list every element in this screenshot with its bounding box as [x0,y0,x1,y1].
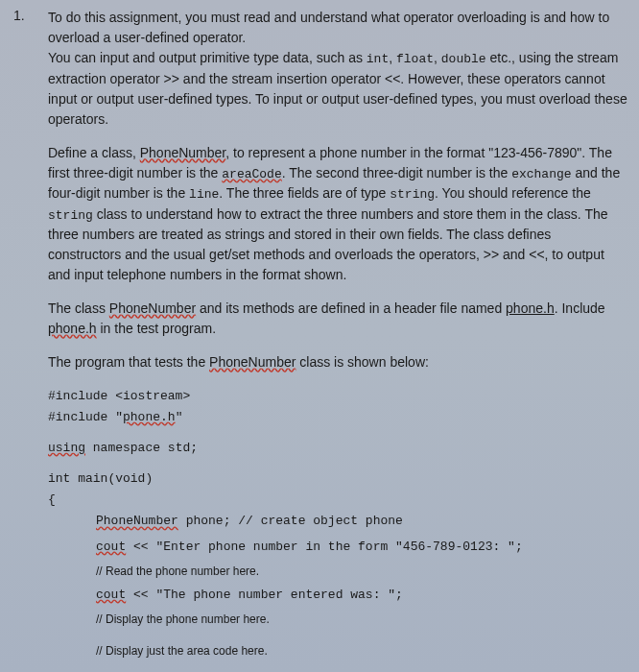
p1-text1: To do this assignment, you must read and… [48,10,609,45]
code-line-1: #include <iostream> [48,386,627,407]
code-line-6: PhoneNumber phone; // create object phon… [96,511,627,532]
l2c: " [176,410,183,424]
class-phonenumber-2: PhoneNumber [109,300,196,316]
l9a: cout [96,588,126,602]
assignment-page: 1. To do this assignment, you must read … [0,0,639,672]
field-line: line [189,187,219,202]
paragraph-3: The class PhoneNumber and its methods ar… [48,299,627,339]
p3-d: in the test program. [97,321,217,336]
p4-a: The program that tests the [48,354,209,370]
p1-c1: , [389,50,396,65]
l6a: PhoneNumber [96,514,178,528]
p2-c: . The second three-digit number is the [282,165,511,180]
code-int: int [367,52,389,66]
p2-g: class to understand how to extract the t… [48,206,608,283]
p3-a: The class [48,300,109,316]
l3a: using [48,441,85,455]
l7b: << "Enter phone number in the form "456-… [126,540,522,554]
code-float: float [396,52,434,66]
file-phone-h: phone.h [506,300,555,316]
code-block: #include <iostream> #include "phone.h" u… [48,386,627,672]
paragraph-2: Define a class, PhoneNumber, to represen… [48,143,627,286]
p1-text2a: You can input and output primitive type … [48,50,367,65]
type-string-2: string [48,208,93,223]
code-body: PhoneNumber phone; // create object phon… [96,511,627,672]
code-line-4: int main(void) [48,468,627,490]
type-string-1: string [390,187,435,202]
p2-a: Define a class, [48,145,140,160]
field-areacode: areaCode [222,167,281,181]
code-line-10: // Display the phone number here. [96,610,627,629]
p4-b: class is shown below: [296,354,429,370]
code-line-7: cout << "Enter phone number in the form … [96,537,627,558]
code-line-8: // Read the phone number here. [96,562,627,581]
code-line-2: #include "phone.h" [48,407,627,428]
p3-c: . Include [555,300,605,316]
l7a: cout [96,540,126,554]
file-phone-h-2: phone.h [48,321,97,336]
code-line-11: // Display just the area code here. [96,641,627,660]
l3b: namespace std; [85,441,198,455]
p3-b: and its methods are defined in a header … [196,300,506,316]
class-phonenumber-3: PhoneNumber [209,354,296,370]
p2-e: . The three fields are of type [219,185,390,201]
paragraph-4: The program that tests the PhoneNumber c… [48,352,627,372]
p1-c2: , [434,50,441,65]
question-number: 1. [13,8,25,23]
l2b: phone.h [123,410,176,424]
field-exchange: exchange [511,167,571,181]
code-line-9: cout << "The phone number entered was: "… [96,585,627,606]
class-phonenumber: PhoneNumber [140,145,226,160]
paragraph-1: To do this assignment, you must read and… [48,8,627,130]
code-double: double [441,52,486,66]
code-line-5: { [48,490,627,511]
l6b: phone; // create object phone [178,514,403,528]
l9b: << "The phone number entered was: "; [126,588,403,602]
p2-f: . You should reference the [435,185,591,201]
question-content: To do this assignment, you must read and… [48,8,627,672]
code-line-3: using namespace std; [48,438,627,459]
l2a: #include " [48,410,123,424]
